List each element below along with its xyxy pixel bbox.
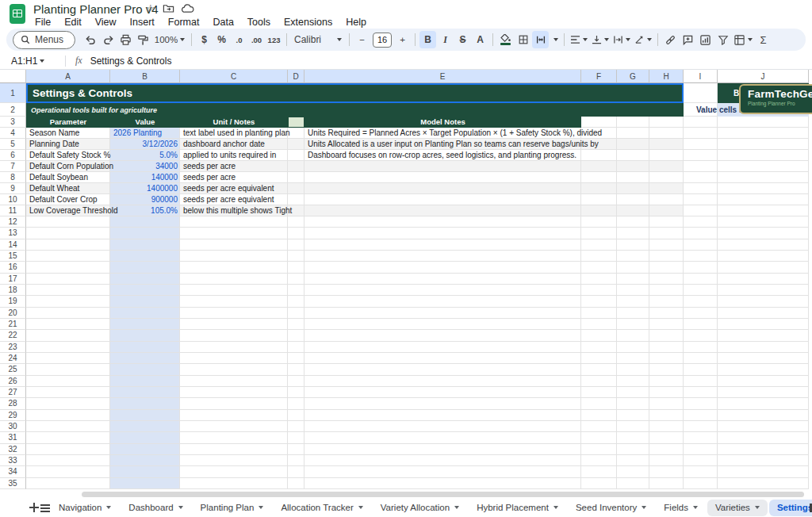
tab-dropdown-icon[interactable] (755, 506, 760, 509)
cell-G15[interactable] (617, 251, 649, 262)
menu-edit[interactable]: Edit (60, 16, 86, 29)
column-header-J[interactable]: J (718, 70, 809, 83)
cell-H31[interactable] (649, 432, 684, 443)
cell-G35[interactable] (617, 478, 649, 489)
cell-C32[interactable] (180, 444, 288, 455)
column-header-B[interactable]: B (110, 70, 180, 83)
cell-F28[interactable] (581, 398, 617, 409)
cell-J27[interactable] (718, 387, 809, 398)
cell-H20[interactable] (649, 308, 684, 319)
document-title[interactable]: Planting Planner Pro v4 (33, 2, 159, 16)
cell-E12[interactable] (304, 216, 581, 228)
cell-A28[interactable] (26, 398, 110, 409)
cell-C35[interactable] (180, 478, 288, 489)
cloud-status-icon[interactable] (182, 4, 194, 13)
tab-dropdown-icon[interactable] (693, 506, 698, 509)
cell-F26[interactable] (581, 376, 617, 387)
cell-J19[interactable] (718, 296, 809, 307)
cell-C31[interactable] (180, 432, 288, 443)
cell-I15[interactable] (684, 251, 718, 262)
cell-G21[interactable] (617, 319, 649, 330)
cell-E27[interactable] (304, 387, 581, 398)
menu-tools[interactable]: Tools (243, 16, 274, 29)
cell-B14[interactable] (110, 239, 180, 251)
cell-parameter[interactable]: Default Wheat (29, 183, 79, 194)
cell-F17[interactable] (581, 274, 617, 285)
cell-G18[interactable] (617, 285, 649, 296)
cell-B21[interactable] (110, 319, 180, 330)
cell-G30[interactable] (617, 421, 649, 432)
cell-value[interactable]: 900000 (110, 194, 178, 205)
sheet-tab-navigation[interactable]: Navigation (51, 500, 119, 516)
cell-parameter[interactable]: Low Coverage Threshold (29, 205, 118, 216)
cell-E24[interactable] (304, 353, 581, 364)
cell-B33[interactable] (110, 455, 180, 466)
cell-I16[interactable] (684, 262, 718, 273)
row-header-26[interactable]: 26 (0, 376, 26, 387)
cell-B20[interactable] (110, 308, 180, 319)
cell-parameter[interactable]: Planning Date (29, 139, 79, 150)
cell-J35[interactable] (718, 478, 809, 489)
cell-F29[interactable] (581, 410, 617, 421)
cell-H16[interactable] (649, 262, 684, 273)
cell-E28[interactable] (304, 398, 581, 409)
cell-G3[interactable] (617, 117, 649, 128)
horizontal-align-button[interactable] (569, 31, 589, 48)
cell-H34[interactable] (649, 466, 684, 477)
cell-H24[interactable] (649, 353, 684, 364)
cell-B19[interactable] (110, 296, 180, 307)
insert-link-button[interactable] (662, 31, 679, 48)
cell-G25[interactable] (617, 364, 649, 375)
format-currency-button[interactable]: $ (196, 31, 213, 48)
star-icon[interactable]: ☆ (146, 2, 155, 14)
cell-F21[interactable] (581, 319, 617, 330)
cell-H29[interactable] (649, 410, 684, 421)
sheet-tab-variety-allocation[interactable]: Variety Allocation (373, 500, 467, 516)
farmtechgear-logo[interactable]: FarmTechGear Planting Planner Pro (739, 84, 812, 114)
cell-E15[interactable] (304, 251, 581, 262)
pivot-table-button[interactable] (732, 31, 754, 48)
cell-F18[interactable] (581, 285, 617, 296)
cell-J31[interactable] (718, 432, 809, 443)
create-filter-button[interactable] (714, 31, 731, 48)
cell-value[interactable]: 5.0% (110, 150, 178, 161)
cell-parameter[interactable]: Season Name (29, 128, 79, 139)
cell-H25[interactable] (649, 364, 684, 375)
fill-color-button[interactable] (497, 31, 514, 48)
cell-D23[interactable] (288, 342, 304, 353)
cell-unit[interactable]: below this multiple shows Tight (183, 205, 292, 216)
cell-C28[interactable] (180, 398, 288, 409)
cell-J22[interactable] (718, 330, 809, 341)
cell-E20[interactable] (304, 308, 581, 319)
cell-value[interactable]: 1400000 (110, 183, 178, 194)
column-header-H[interactable]: H (649, 70, 684, 83)
cell-C24[interactable] (180, 353, 288, 364)
cell-A27[interactable] (26, 387, 110, 398)
cell-D32[interactable] (288, 444, 304, 455)
cell-H32[interactable] (649, 444, 684, 455)
cell-A22[interactable] (26, 330, 110, 341)
cell-F33[interactable] (581, 455, 617, 466)
cell-B30[interactable] (110, 421, 180, 432)
cell-H30[interactable] (649, 421, 684, 432)
cell-H19[interactable] (649, 296, 684, 307)
cell-H23[interactable] (649, 342, 684, 353)
row-header-21[interactable]: 21 (0, 319, 26, 330)
formula-input[interactable]: Settings & Controls (90, 56, 172, 67)
cell-H18[interactable] (649, 285, 684, 296)
cell-J3[interactable] (718, 117, 809, 128)
cell-D29[interactable] (288, 410, 304, 421)
italic-button[interactable]: I (437, 31, 454, 48)
cell-I18[interactable] (684, 285, 718, 296)
cell-A23[interactable] (26, 342, 110, 353)
cell-F20[interactable] (581, 308, 617, 319)
sheets-logo-icon[interactable] (10, 4, 25, 24)
cell-value[interactable]: 3/12/2026 (110, 139, 178, 150)
cell-E30[interactable] (304, 421, 581, 432)
cell-H3[interactable] (649, 117, 684, 128)
cell-C33[interactable] (180, 455, 288, 466)
cell-E17[interactable] (304, 274, 581, 285)
cell-H27[interactable] (649, 387, 684, 398)
cell-E33[interactable] (304, 455, 581, 466)
cell-B35[interactable] (110, 478, 180, 489)
